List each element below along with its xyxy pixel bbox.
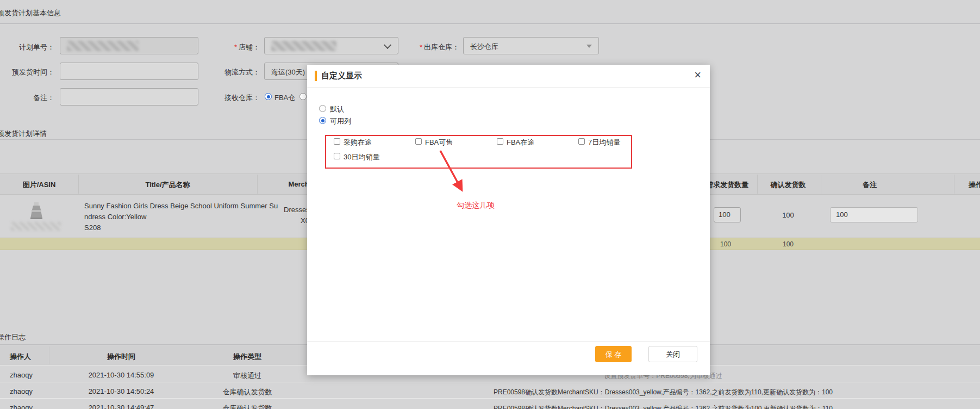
save-button[interactable]: 保 存 <box>595 346 632 362</box>
receive-warehouse-option-fba-label: FBA仓 <box>274 93 295 103</box>
close-icon[interactable]: × <box>694 67 701 83</box>
confirmed-qty-value: 100 <box>753 211 823 219</box>
header-action: 操作 <box>969 180 980 190</box>
product-title-line3: S208 <box>84 224 101 232</box>
modal-accent-bar <box>315 71 317 81</box>
checkbox-purchase-in-transit[interactable] <box>334 138 340 145</box>
section-title-operation-log: 操作日志 <box>0 332 26 342</box>
log-user: zhaoqy <box>10 387 33 395</box>
radio-available-columns-label: 可用列 <box>330 116 351 126</box>
log-message: PRE00598确认发货数MerchantSKU：Dresses003_yell… <box>326 388 980 397</box>
checkbox-fba-sellable[interactable] <box>415 138 422 145</box>
section-title-plan-detail: 预发货计划详情 <box>0 129 47 139</box>
header-confirmed-qty: 确认发货数 <box>753 180 823 190</box>
log-user: zhaoqy <box>10 371 33 379</box>
column-divider <box>49 346 49 364</box>
radio-dot <box>321 119 324 122</box>
header-required-qty: 需求发货数量 <box>706 180 748 190</box>
plan-no-redacted-value <box>67 41 139 51</box>
section-title-basic-info: 预发货计划基本信息 <box>0 8 61 18</box>
radio-available-columns[interactable] <box>319 117 326 124</box>
dropdown-arrow-icon <box>586 45 592 48</box>
required-mark: * <box>234 43 237 51</box>
chevron-down-icon <box>384 41 391 49</box>
log-time: 2021-10-30 14:49:47 <box>80 404 162 409</box>
log-time: 2021-10-30 14:55:09 <box>80 371 162 379</box>
outbound-warehouse-label: *出库仓库： <box>408 42 459 52</box>
plan-no-input[interactable] <box>60 37 198 54</box>
receive-warehouse-label: 接收仓库： <box>207 93 260 103</box>
receive-warehouse-radio-fba[interactable] <box>265 93 272 100</box>
required-mark: * <box>420 43 422 51</box>
shop-redacted-value <box>271 41 336 51</box>
pre-shipment-plan-page: 预发货计划基本信息 计划单号： *店铺： *出库仓库： 长沙仓库 预发货时间： … <box>0 0 980 409</box>
required-qty-input[interactable]: 100 <box>714 207 741 222</box>
shop-select[interactable] <box>264 37 398 54</box>
checkbox-7day-avg-sales[interactable] <box>578 138 585 145</box>
pre-ship-time-input[interactable] <box>60 63 198 80</box>
outbound-warehouse-value: 长沙仓库 <box>470 42 498 52</box>
checkbox-fba-in-transit[interactable] <box>497 138 503 145</box>
log-type: 仓库确认发货数 <box>209 387 285 397</box>
close-button[interactable]: 关闭 <box>648 346 697 362</box>
outbound-warehouse-select[interactable]: 长沙仓库 <box>463 37 599 54</box>
log-user: zhaoqy <box>10 404 33 409</box>
header-image-asin: 图片/ASIN <box>0 180 78 190</box>
custom-display-modal: 自定义显示 × 默认 可用列 采购在途 FBA可售 FBA在途 7日均销量 30… <box>307 65 710 375</box>
radio-default-label: 默认 <box>330 104 344 114</box>
product-thumbnail[interactable] <box>27 202 46 221</box>
log-row: zhaoqy 2021-10-30 14:49:47 仓库确认发货数 PRE00… <box>0 399 980 409</box>
checkbox-fba-in-transit-label: FBA在途 <box>507 138 534 147</box>
product-title-line2: ndress Color:Yellow <box>84 213 146 221</box>
plan-no-label: 计划单号： <box>3 42 54 52</box>
log-header-time: 操作时间 <box>80 352 162 362</box>
header-remark: 备注 <box>834 180 905 190</box>
annotation-text: 勾选这几项 <box>440 201 511 210</box>
checkbox-7day-avg-sales-label: 7日均销量 <box>588 138 620 147</box>
log-header-type: 操作类型 <box>209 352 285 362</box>
shop-label: *店铺： <box>209 42 260 52</box>
column-divider <box>954 175 954 194</box>
logistics-value: 海运(30天) <box>271 67 305 77</box>
summary-confirmed-qty: 100 <box>753 240 823 248</box>
radio-default[interactable] <box>319 105 326 112</box>
modal-title: 自定义显示 <box>321 71 362 81</box>
divider <box>0 23 980 24</box>
pre-ship-time-label: 预发货时间： <box>3 67 54 77</box>
logistics-label: 物流方式： <box>207 67 260 77</box>
required-qty-value: 100 <box>714 208 740 222</box>
log-header-user: 操作人 <box>0 352 41 362</box>
log-time: 2021-10-30 14:50:24 <box>80 387 162 395</box>
row-remark-value: 100 <box>831 208 917 222</box>
log-row: zhaoqy 2021-10-30 14:50:24 仓库确认发货数 PRE00… <box>0 382 980 399</box>
modal-footer-divider <box>307 341 710 342</box>
product-title-line1: Sunny Fashion Girls Dress Beige School U… <box>84 202 278 210</box>
log-type: 审核通过 <box>209 371 285 381</box>
checkbox-30day-avg-sales-label: 30日均销量 <box>344 152 379 162</box>
modal-header-divider <box>307 87 710 88</box>
checkbox-purchase-in-transit-label: 采购在途 <box>344 138 372 147</box>
checkbox-30day-avg-sales[interactable] <box>334 153 340 159</box>
radio-dot <box>267 95 270 98</box>
log-type: 仓库确认发货数 <box>209 404 285 409</box>
header-title: Title/产品名称 <box>78 180 257 190</box>
asin-redacted-value <box>11 222 61 231</box>
receive-warehouse-radio-other[interactable] <box>299 93 307 100</box>
dress-image <box>27 202 46 221</box>
remark-input[interactable] <box>60 88 198 106</box>
annotation-arrow-icon <box>432 141 476 201</box>
log-message: PRE00598确认发货数MerchantSKU：Dresses003_yell… <box>326 404 980 409</box>
row-remark-input[interactable]: 100 <box>830 207 918 222</box>
remark-label: 备注： <box>3 93 54 103</box>
